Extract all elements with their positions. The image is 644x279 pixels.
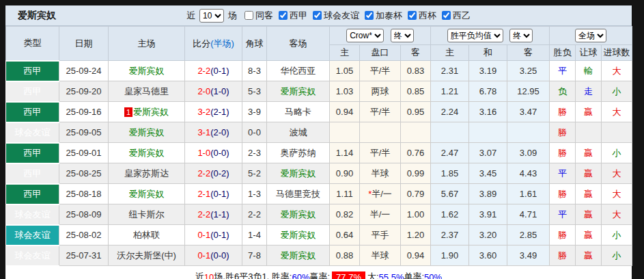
handicap-result-cell: 贏 — [576, 102, 602, 122]
avg-time-select[interactable]: 终 — [509, 29, 533, 42]
avg-away-cell: 2.85 — [507, 225, 550, 245]
scope-group-header: 全场 — [550, 27, 632, 45]
home-team[interactable]: 皇家苏斯达 — [109, 163, 185, 184]
home-team-link[interactable]: 纽卡斯尔 — [129, 209, 165, 220]
home-team[interactable]: 爱斯宾奴 — [109, 184, 185, 204]
away-team-link[interactable]: 爱斯宾奴 — [281, 86, 316, 96]
away-team-link[interactable]: 爱斯宾奴 — [281, 209, 316, 220]
odds-home-cell: 0.64 — [330, 225, 360, 245]
league-filter-checkbox[interactable] — [365, 11, 374, 20]
home-team-link[interactable]: 爱斯宾奴 — [129, 127, 165, 137]
table-row: 西甲 25-09-16 1爱斯宾奴 3-2(2-1) 3-9 马略卡 0.94 … — [6, 102, 632, 122]
away-team-link[interactable]: 华伦西亚 — [281, 66, 316, 76]
away-team[interactable]: 波城 — [267, 122, 330, 143]
home-team[interactable]: 爱斯宾奴 — [109, 143, 185, 163]
league-filter-label: 球会友谊 — [324, 10, 359, 22]
date-cell: 25-08-18 — [59, 184, 109, 204]
avg-away-cell: 1.61 — [507, 184, 550, 204]
fulltime-score: 2-2 — [197, 168, 210, 178]
away-team[interactable]: 马德里竞技 — [267, 184, 330, 204]
league-filter-checkbox[interactable] — [408, 11, 417, 20]
league-filter-checkbox[interactable] — [279, 11, 288, 20]
away-team-link[interactable]: 爱斯宾奴 — [281, 168, 316, 178]
avg-home-cell: 2.31 — [431, 61, 469, 81]
odds-away-cell: 0.83 — [401, 61, 431, 81]
avg-draw-cell: 3.19 — [469, 61, 507, 81]
home-team-link[interactable]: 皇家马德里 — [124, 86, 169, 96]
away-team[interactable]: 爱斯宾奴 — [267, 204, 330, 225]
col-odds-away: 客 — [401, 45, 431, 61]
home-team-link[interactable]: 爱斯宾奴 — [129, 189, 165, 199]
date-cell: 25-07-31 — [59, 245, 109, 266]
avg-home-cell: 1.85 — [431, 163, 469, 184]
type-badge-cell: 西甲 — [6, 184, 59, 204]
date-cell: 25-08-09 — [59, 204, 109, 225]
away-team-link[interactable]: 马略卡 — [285, 107, 311, 117]
date-cell: 25-09-20 — [59, 81, 109, 102]
home-team[interactable]: 沃尔夫斯堡(中) — [109, 245, 185, 266]
summary-segment: 55.5% — [379, 272, 404, 279]
col-home: 主场 — [109, 27, 185, 61]
odds-home-cell: 1.03 — [330, 81, 360, 102]
date-cell: 25-08-25 — [59, 163, 109, 184]
scope-select[interactable]: 全场 — [575, 29, 606, 42]
handicap-value: 平手 — [372, 230, 389, 240]
away-team-link[interactable]: 爱斯宾奴 — [281, 230, 316, 240]
halftime-score: (1-0) — [210, 86, 229, 96]
away-team-link[interactable]: 波城 — [290, 127, 307, 137]
league-filter-checkbox[interactable] — [313, 11, 322, 20]
away-team[interactable]: 奥萨苏纳 — [267, 143, 330, 163]
home-team-link[interactable]: 爱斯宾奴 — [133, 107, 169, 117]
score-cell: 3-1(2-0) — [185, 122, 242, 143]
home-team[interactable]: 柏林联 — [109, 225, 185, 245]
home-team[interactable]: 1爱斯宾奴 — [109, 102, 185, 122]
table-row: 西甲 25-08-25 皇家苏斯达 2-2(0-2) 5-2 爱斯宾奴 0.90… — [6, 163, 632, 184]
handicap-cell: 半球 — [360, 245, 401, 266]
odds-company-select[interactable]: Crow* — [346, 29, 384, 42]
avg-away-cell: 3.09 — [507, 143, 550, 163]
halftime-score: (0-1) — [210, 189, 229, 199]
avg-draw-cell — [469, 122, 507, 143]
home-team-link[interactable]: 柏林联 — [133, 230, 160, 240]
table-row: 球会友谊 25-08-02 柏林联 0-1(0-1) 1-4 爱斯宾奴 0.64… — [6, 225, 632, 245]
home-team-link[interactable]: 沃尔夫斯堡(中) — [117, 250, 176, 261]
home-team[interactable]: 爱斯宾奴 — [109, 61, 185, 81]
away-team[interactable]: 马略卡 — [267, 102, 330, 122]
home-team[interactable]: 爱斯宾奴 — [109, 122, 185, 143]
avg-select[interactable]: 胜平负均值 — [447, 29, 503, 42]
away-team[interactable]: 华伦西亚 — [267, 61, 330, 81]
goals-cell — [602, 122, 632, 143]
table-row: 球会友谊 25-09-05 爱斯宾奴 3-1(2-0) 0-0 波城 勝 — [6, 122, 632, 143]
away-team-link[interactable]: 马德里竞技 — [276, 189, 320, 199]
league-filter-checkbox[interactable] — [442, 11, 451, 20]
handicap-value: 平/半 — [370, 66, 391, 76]
summary-segment: 大: — [367, 271, 379, 279]
home-team[interactable]: 皇家马德里 — [109, 81, 185, 102]
home-team-link[interactable]: 爱斯宾奴 — [129, 66, 165, 76]
away-team[interactable]: 爱斯宾奴 — [267, 81, 330, 102]
away-team[interactable]: 爱斯宾奴 — [267, 163, 330, 184]
away-team[interactable]: 爱斯宾奴 — [267, 245, 330, 266]
type-badge-cell: 西甲 — [6, 163, 59, 184]
same-away-checkbox[interactable] — [244, 11, 253, 20]
handicap-result-cell: 贏 — [576, 204, 602, 225]
same-away-label: 同客 — [255, 10, 273, 22]
odds-time-select[interactable]: 终 — [391, 29, 414, 42]
corner-cell: 5-2 — [242, 163, 267, 184]
home-team-link[interactable]: 爱斯宾奴 — [129, 148, 165, 158]
result-cell: 勝 — [550, 245, 576, 266]
col-type: 类型 — [6, 27, 59, 61]
type-badge-cell: 西甲 — [6, 81, 59, 102]
away-team-link[interactable]: 爱斯宾奴 — [281, 250, 316, 261]
away-team[interactable]: 爱斯宾奴 — [267, 225, 330, 245]
avg-away-cell: 4.71 — [507, 204, 550, 225]
col-avg-draw: 和 — [469, 45, 507, 61]
away-team-link[interactable]: 奥萨苏纳 — [281, 148, 316, 158]
games-count-select[interactable]: 10 — [199, 9, 224, 23]
score-cell: 2-2(0-1) — [185, 61, 242, 81]
score-cell: 0-1(0-0) — [185, 245, 242, 266]
home-team-link[interactable]: 皇家苏斯达 — [124, 168, 169, 178]
goals-cell: 小 — [602, 245, 632, 266]
odds-group-header: Crow* 终 — [330, 27, 431, 45]
home-team[interactable]: 纽卡斯尔 — [109, 204, 185, 225]
